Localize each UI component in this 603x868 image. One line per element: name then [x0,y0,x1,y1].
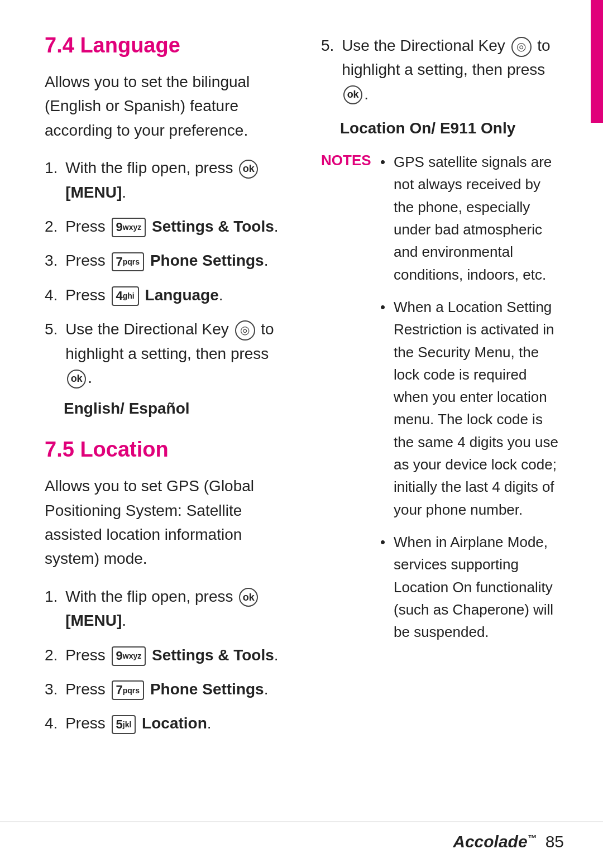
section-7-4-heading: 7.4 Language [45,33,288,57]
section-7-4: 7.4 Language Allows you to set the bilin… [45,33,288,418]
step-content: Press 7pqrs Phone Settings. [65,677,288,701]
language-label: Language [145,286,219,304]
phone-settings-label-2: Phone Settings [150,680,264,698]
step-content: Press 9wxyz Settings & Tools. [65,643,288,667]
step-num: 4. [45,711,62,735]
right-column: 5. Use the Directional Key ◎ to highligh… [321,33,564,756]
step-7-5-3: 3. Press 7pqrs Phone Settings. [45,677,288,701]
step-num: 1. [45,584,62,608]
step-num: 4. [45,283,62,307]
directional-key-icon-2: ◎ [511,37,532,57]
step-7-4-4: 4. Press 4ghi Language. [45,283,288,307]
brand-name: Accolade™ [453,832,536,851]
step-num: 2. [45,643,62,667]
step-content: Press 7pqrs Phone Settings. [65,248,288,272]
step-num: 5. [321,33,338,57]
step-content: Press 5jkl Location. [65,711,288,735]
settings-tools-label: Settings & Tools [152,646,274,664]
note-item-2: When a Location Setting Restriction is a… [380,296,564,521]
content-columns: 7.4 Language Allows you to set the bilin… [45,33,564,756]
step-7-4-2: 2. Press 9wxyz Settings & Tools. [45,214,288,238]
accent-bar [591,0,603,123]
key-5-icon: 5jkl [112,715,136,735]
phone-settings-label: Phone Settings [150,252,264,269]
note-item-3: When in Airplane Mode, services supporti… [380,531,564,643]
menu-label: [MENU] [65,184,122,201]
notes-content: GPS satellite signals are not always rec… [380,151,564,653]
section-7-4-description: Allows you to set the bilingual (English… [45,70,288,142]
ok-button-icon-2: ok [343,85,362,104]
step-7-5-4: 4. Press 5jkl Location. [45,711,288,735]
step-content: Press 9wxyz Settings & Tools. [65,214,288,238]
key-7-icon: 7pqrs [112,252,145,272]
notes-block: NOTES GPS satellite signals are not alwa… [321,151,564,653]
key-7-icon: 7pqrs [112,680,145,700]
left-column: 7.4 Language Allows you to set the bilin… [45,33,288,756]
step-content: With the flip open, press ok [MENU]. [65,584,288,633]
step-right-5: 5. Use the Directional Key ◎ to highligh… [321,33,564,106]
step-content: With the flip open, press ok [MENU]. [65,156,288,204]
notes-label: NOTES [321,151,371,653]
location-label: Location [142,714,207,732]
directional-key-icon: ◎ [235,320,255,341]
section-7-5: 7.5 Location Allows you to set GPS (Glob… [45,438,288,736]
key-9-icon: 9wxyz [112,646,146,666]
location-on-e911-label: Location On/ E911 Only [340,119,564,137]
step-7-4-5: 5. Use the Directional Key ◎ to highligh… [45,317,288,390]
ok-button-icon: ok [239,588,258,607]
step-content: Use the Directional Key ◎ to highlight a… [65,317,288,390]
settings-tools-label: Settings & Tools [152,218,274,235]
step-num: 3. [45,677,62,701]
menu-label: [MENU] [65,612,122,629]
section-7-5-heading: 7.5 Location [45,438,288,462]
key-9-icon: 9wxyz [112,218,146,237]
step-num: 2. [45,214,62,238]
note-item-1: GPS satellite signals are not always rec… [380,151,564,286]
step-num: 5. [45,317,62,341]
notes-bullet-list: GPS satellite signals are not always rec… [380,151,564,643]
step-7-5-2: 2. Press 9wxyz Settings & Tools. [45,643,288,667]
step-7-5-1: 1. With the flip open, press ok [MENU]. [45,584,288,633]
step-content: Press 4ghi Language. [65,283,288,307]
section-7-5-description: Allows you to set GPS (Global Positionin… [45,474,288,571]
step-7-4-1: 1. With the flip open, press ok [MENU]. [45,156,288,204]
footer: Accolade™ 85 [0,822,603,851]
ok-button-icon: ok [239,160,258,179]
page-number: 85 [545,832,564,851]
page-container: 7.4 Language Allows you to set the bilin… [0,0,603,868]
key-4-icon: 4ghi [112,286,139,306]
step-num: 1. [45,156,62,180]
english-espanol-label: English/ Español [64,400,288,418]
ok-button-icon: ok [67,370,86,389]
step-num: 3. [45,248,62,272]
step-7-4-3: 3. Press 7pqrs Phone Settings. [45,248,288,272]
step-content: Use the Directional Key ◎ to highlight a… [342,33,564,106]
